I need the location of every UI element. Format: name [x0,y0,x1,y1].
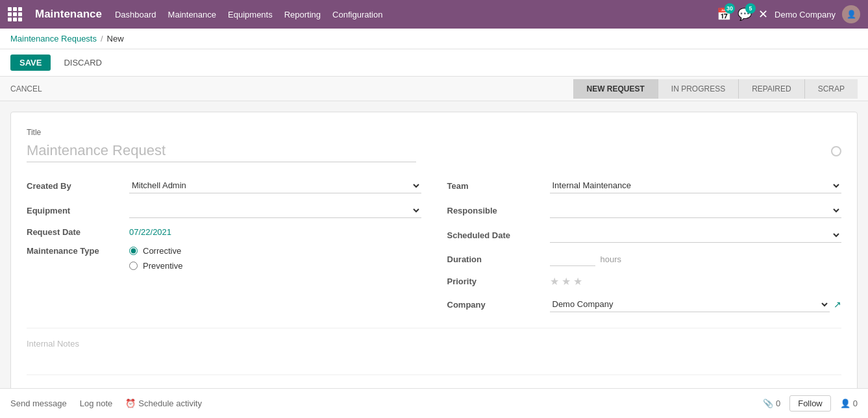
form-col-left: Created By Mitchell Admin Equipment Requ… [27,178,421,312]
team-select[interactable]: Internal Maintenance [550,178,842,193]
title-row [27,140,841,162]
breadcrumb: Maintenance Requests / New [0,29,868,49]
calendar-icon-wrap[interactable]: 📅 30 [717,7,731,21]
duration-label: Duration [447,254,545,264]
paperclip-icon: 📎 [763,399,773,408]
created-by-row: Created By Mitchell Admin [27,178,421,193]
followers-count: 👤 0 [840,399,858,408]
breadcrumb-parent[interactable]: Maintenance Requests [10,34,97,43]
clock-icon: ⏰ [125,399,136,408]
request-date-label: Request Date [27,227,124,237]
topnav: Maintenance Dashboard Maintenance Equipm… [0,0,868,29]
responsible-label: Responsible [447,206,545,215]
created-by-label: Created By [27,181,124,191]
send-message-button[interactable]: Send message [10,399,67,408]
responsible-row: Responsible [447,203,842,218]
star-2[interactable]: ★ [562,275,571,288]
scheduled-date-select[interactable] [550,227,842,243]
main-content: Title Created By Mitchell Admin Equipmen… [0,101,868,418]
request-date-row: Request Date 07/22/2021 [27,227,421,237]
save-button[interactable]: SAVE [10,55,51,71]
topnav-right: 📅 30 💬 5 ✕ Demo Company 👤 [717,5,860,23]
equipment-row: Equipment [27,203,421,218]
attachment-count: 📎 0 [763,399,780,408]
company-row: Company Demo Company ↗ [447,297,842,312]
log-note-button[interactable]: Log note [80,399,113,408]
notes-input[interactable] [27,339,841,349]
stage-in-progress[interactable]: IN PROGRESS [658,79,739,99]
priority-label: Priority [447,277,545,286]
cancel-button[interactable]: CANCEL [10,84,42,93]
nav-dashboard[interactable]: Dashboard [115,10,156,19]
priority-stars: ★ ★ ★ [550,275,842,288]
title-input[interactable] [27,140,416,162]
preventive-label: Preventive [143,261,182,271]
close-icon[interactable]: ✕ [758,7,768,21]
star-1[interactable]: ★ [550,275,559,288]
stage-new-request[interactable]: NEW REQUEST [573,79,658,99]
company-label: Company [447,300,545,310]
scheduled-date-row: Scheduled Date [447,227,842,243]
bottom-bar: Send message Log note ⏰ Schedule activit… [0,388,868,418]
person-icon: 👤 [840,399,850,408]
preventive-option[interactable]: Preventive [129,261,421,271]
apps-icon[interactable] [8,7,22,21]
calendar-badge: 30 [725,3,735,14]
equipment-select[interactable] [129,203,421,218]
request-date-value[interactable]: 07/22/2021 [129,227,421,237]
preventive-radio[interactable] [129,262,138,270]
bottom-right: 📎 0 Follow 👤 0 [763,395,858,412]
schedule-activity-button[interactable]: ⏰ Schedule activity [125,399,202,408]
toolbar: SAVE DISCARD [0,49,868,77]
status-circle[interactable] [831,146,841,156]
status-bar: CANCEL NEW REQUEST IN PROGRESS REPAIRED … [0,77,868,101]
external-link-icon[interactable]: ↗ [834,299,841,310]
follow-button[interactable]: Follow [789,395,831,412]
created-by-select[interactable]: Mitchell Admin [129,178,421,193]
stage-repaired[interactable]: REPAIRED [739,79,804,99]
breadcrumb-current: New [107,34,124,43]
team-row: Team Internal Maintenance [447,178,842,193]
nav-reporting[interactable]: Reporting [284,10,321,19]
company-select[interactable]: Demo Company [550,297,830,312]
duration-input[interactable]: 00:00 [550,252,595,266]
avatar[interactable]: 👤 [842,5,860,23]
breadcrumb-separator: / [101,34,103,43]
app-name: Maintenance [35,8,102,21]
form-grid: Created By Mitchell Admin Equipment Requ… [27,178,841,312]
form-card: Title Created By Mitchell Admin Equipmen… [10,112,858,391]
corrective-option[interactable]: Corrective [129,246,421,256]
title-label: Title [27,128,841,137]
star-3[interactable]: ★ [573,275,582,288]
corrective-label: Corrective [143,246,181,256]
scheduled-date-label: Scheduled Date [447,230,545,240]
maintenance-type-group: Corrective Preventive [129,246,421,271]
duration-unit: hours [601,254,622,264]
responsible-select[interactable] [550,203,842,218]
maintenance-type-row: Maintenance Type Corrective Preventive [27,246,421,271]
nav-equipments[interactable]: Equipments [228,10,273,19]
form-divider [27,375,841,375]
form-col-right: Team Internal Maintenance Responsible Sc… [447,178,842,312]
duration-input-row: 00:00 hours [550,252,842,266]
corrective-radio[interactable] [129,247,138,255]
duration-row: Duration 00:00 hours [447,252,842,266]
priority-row: Priority ★ ★ ★ [447,275,842,288]
stage-scrap[interactable]: SCRAP [805,79,858,99]
maintenance-type-label: Maintenance Type [27,246,124,256]
messages-icon-wrap[interactable]: 💬 5 [738,7,752,21]
discard-button[interactable]: DISCARD [57,55,108,71]
nav-configuration[interactable]: Configuration [332,10,382,19]
notes-section [27,328,841,349]
equipment-label: Equipment [27,206,124,215]
team-label: Team [447,181,545,191]
nav-maintenance[interactable]: Maintenance [168,10,216,19]
company-input-row: Demo Company ↗ [550,297,842,312]
topnav-menu: Dashboard Maintenance Equipments Reporti… [115,10,704,19]
messages-badge: 5 [745,3,756,14]
stage-bar: NEW REQUEST IN PROGRESS REPAIRED SCRAP [573,79,858,99]
company-name: Demo Company [775,10,836,19]
